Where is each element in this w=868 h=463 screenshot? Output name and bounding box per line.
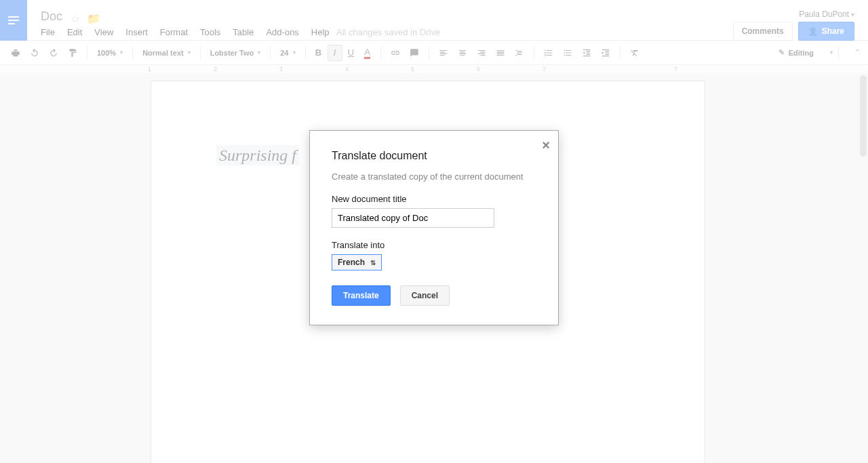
text-color-icon[interactable]: A — [360, 45, 375, 61]
menu-format[interactable]: Format — [160, 27, 188, 37]
undo-icon[interactable] — [26, 45, 43, 61]
language-label: Translate into — [332, 240, 536, 250]
save-status: All changes saved in Drive — [336, 27, 440, 37]
dialog-title: Translate document — [332, 150, 536, 162]
align-justify-icon[interactable] — [492, 45, 509, 61]
dialog-subtitle: Create a translated copy of the current … — [332, 172, 536, 182]
share-button[interactable]: Share — [798, 22, 854, 41]
font-select[interactable]: Lobster Two — [206, 49, 265, 57]
menu-tools[interactable]: Tools — [200, 27, 220, 37]
cancel-button[interactable]: Cancel — [400, 285, 450, 306]
align-left-icon[interactable] — [435, 45, 452, 61]
svg-rect-2 — [8, 23, 15, 24]
print-icon[interactable] — [7, 45, 24, 61]
menu-edit[interactable]: Edit — [67, 27, 82, 37]
menu-insert[interactable]: Insert — [125, 27, 148, 37]
align-right-icon[interactable] — [473, 45, 490, 61]
docs-logo[interactable] — [0, 0, 27, 41]
header: Doc ☆ 📁 File Edit View Insert Format Too… — [0, 0, 868, 41]
star-icon[interactable]: ☆ — [71, 12, 80, 25]
ruler: 1 2 3 4 5 6 7 7 — [0, 65, 868, 75]
editing-mode[interactable]: Editing — [778, 48, 833, 57]
align-center-icon[interactable] — [454, 45, 471, 61]
italic-icon[interactable]: I — [328, 45, 342, 61]
zoom-select[interactable]: 100% — [93, 49, 127, 57]
numbered-list-icon[interactable] — [540, 45, 557, 61]
underline-icon[interactable]: U — [344, 45, 359, 61]
collapse-toolbar-icon[interactable]: ⌃ — [854, 47, 861, 58]
menu-bar: File Edit View Insert Format Tools Table… — [41, 27, 330, 37]
comments-button[interactable]: Comments — [733, 22, 793, 41]
decrease-indent-icon[interactable] — [578, 45, 595, 61]
close-icon[interactable]: × — [542, 138, 550, 153]
translate-button[interactable]: Translate — [332, 285, 391, 306]
menu-addons[interactable]: Add-ons — [266, 27, 298, 37]
comment-icon[interactable] — [406, 45, 423, 61]
title-input[interactable] — [332, 208, 494, 228]
translate-dialog: × Translate document Create a translated… — [309, 130, 559, 325]
document-content[interactable]: Surprising f — [216, 145, 299, 165]
toolbar: 100% Normal text Lobster Two 24 B I U A … — [0, 41, 868, 65]
folder-icon[interactable]: 📁 — [87, 12, 100, 25]
svg-rect-0 — [8, 16, 19, 18]
menu-table[interactable]: Table — [233, 27, 254, 37]
size-select[interactable]: 24 — [276, 49, 299, 57]
bold-icon[interactable]: B — [311, 45, 326, 61]
line-spacing-icon[interactable] — [511, 45, 528, 61]
style-select[interactable]: Normal text — [138, 49, 195, 57]
clear-formatting-icon[interactable] — [626, 45, 644, 61]
menu-file[interactable]: File — [41, 27, 55, 37]
scrollbar[interactable] — [860, 75, 867, 157]
svg-rect-1 — [8, 20, 19, 21]
menu-help[interactable]: Help — [311, 27, 330, 37]
title-label: New document title — [332, 194, 536, 204]
bulleted-list-icon[interactable] — [559, 45, 576, 61]
language-select[interactable]: French — [332, 254, 382, 270]
link-icon[interactable] — [387, 45, 404, 61]
redo-icon[interactable] — [45, 45, 62, 61]
user-name[interactable]: Paula DuPont — [799, 9, 854, 19]
increase-indent-icon[interactable] — [597, 45, 614, 61]
menu-view[interactable]: View — [94, 27, 113, 37]
paint-format-icon[interactable] — [64, 45, 81, 61]
doc-title[interactable]: Doc — [41, 9, 62, 24]
